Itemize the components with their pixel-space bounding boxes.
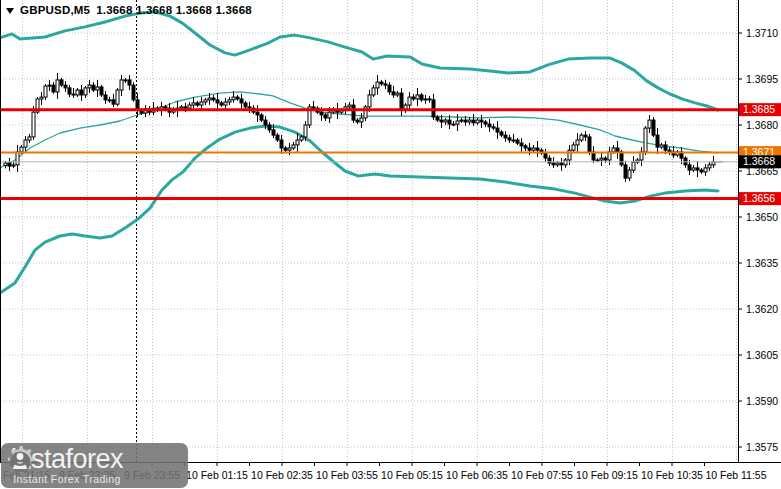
candle <box>552 163 555 165</box>
candle <box>560 163 563 165</box>
candle <box>376 82 379 88</box>
candle <box>236 97 239 99</box>
candle <box>60 80 63 85</box>
candle <box>320 112 323 115</box>
candle <box>700 170 703 172</box>
price-chart-canvas[interactable]: 1.37101.36951.36801.36651.36501.36351.36… <box>0 0 781 489</box>
candle <box>264 120 267 125</box>
candle <box>532 148 535 150</box>
price-badge-label: 1.3668 <box>743 155 775 167</box>
price-badge-label: 1.3685 <box>743 103 775 115</box>
candle <box>32 112 35 137</box>
candle <box>648 120 651 128</box>
candle <box>48 85 51 86</box>
candle <box>180 107 183 108</box>
instaforex-gear-logo-icon <box>1 443 39 481</box>
time-tick-label: 10 Feb 07:55 <box>511 469 573 481</box>
candle <box>512 140 515 141</box>
candle <box>388 85 391 92</box>
candle <box>384 84 387 85</box>
price-tick-label: 1.3575 <box>746 441 778 453</box>
candle <box>696 168 699 170</box>
candle <box>52 85 55 92</box>
candle <box>112 100 115 104</box>
candle <box>240 99 243 103</box>
candle <box>184 107 187 108</box>
candle <box>572 145 575 150</box>
candle <box>504 135 507 138</box>
candle <box>688 165 691 170</box>
candle <box>100 87 103 95</box>
candle <box>76 90 79 95</box>
candle <box>96 87 99 90</box>
candle <box>528 148 531 150</box>
candle <box>596 160 599 161</box>
candle <box>312 107 315 108</box>
candle <box>92 85 95 90</box>
candle <box>520 143 523 146</box>
candle <box>660 145 663 147</box>
candle <box>480 120 483 122</box>
price-tick-label: 1.3680 <box>746 119 778 131</box>
candle <box>372 88 375 95</box>
candle <box>268 125 271 130</box>
candle <box>8 163 11 166</box>
chart-title: GBPUSD,M5 1.3668 1.3668 1.3668 1.3668 <box>6 4 252 16</box>
candle <box>576 140 579 145</box>
price-scale[interactable]: 1.37101.36951.36801.36651.36501.36351.36… <box>738 27 781 453</box>
candle <box>116 90 119 104</box>
candle <box>704 168 707 172</box>
candle <box>204 100 207 102</box>
candle <box>216 100 219 103</box>
grid-layer <box>0 0 738 462</box>
candle <box>584 135 587 137</box>
candle <box>428 99 431 100</box>
candle <box>200 102 203 105</box>
candle <box>588 137 591 152</box>
candle <box>644 128 647 152</box>
candle <box>536 148 539 150</box>
candle <box>444 120 447 122</box>
candle <box>272 130 275 135</box>
candle <box>492 127 495 128</box>
candle <box>500 132 503 135</box>
candle <box>304 125 307 137</box>
candle <box>352 105 355 120</box>
candle <box>44 86 47 97</box>
candle <box>380 82 383 84</box>
candle <box>456 121 459 124</box>
candle <box>656 135 659 147</box>
candle <box>708 165 711 168</box>
candle <box>616 148 619 152</box>
candle <box>248 107 251 108</box>
symbol-dropdown-icon[interactable] <box>6 8 14 14</box>
candle <box>400 93 403 110</box>
candle <box>296 140 299 145</box>
price-badge-label: 1.3656 <box>743 192 775 204</box>
price-tick-label: 1.3620 <box>746 303 778 315</box>
time-tick-label: 10 Feb 05:15 <box>381 469 443 481</box>
candle <box>220 103 223 105</box>
candle <box>232 97 235 100</box>
candle <box>256 112 259 115</box>
candle <box>420 95 423 100</box>
candle <box>12 165 15 166</box>
candle <box>104 95 107 100</box>
broker-watermark: instaforex Instant Forex Trading <box>1 443 188 488</box>
candle <box>64 85 67 88</box>
candle <box>448 120 451 124</box>
candle <box>228 100 231 102</box>
candle <box>356 120 359 122</box>
price-tick-label: 1.3635 <box>746 257 778 269</box>
candle <box>580 135 583 140</box>
candle <box>124 80 127 81</box>
candle <box>452 124 455 125</box>
candle <box>524 146 527 148</box>
candle <box>472 120 475 123</box>
ohlc-values: 1.3668 1.3668 1.3668 1.3668 <box>96 4 252 16</box>
candle <box>368 95 371 107</box>
time-tick-label: 10 Feb 06:35 <box>446 469 508 481</box>
candle <box>604 158 607 160</box>
bollinger-lower-band <box>0 126 718 293</box>
candle <box>4 163 7 165</box>
